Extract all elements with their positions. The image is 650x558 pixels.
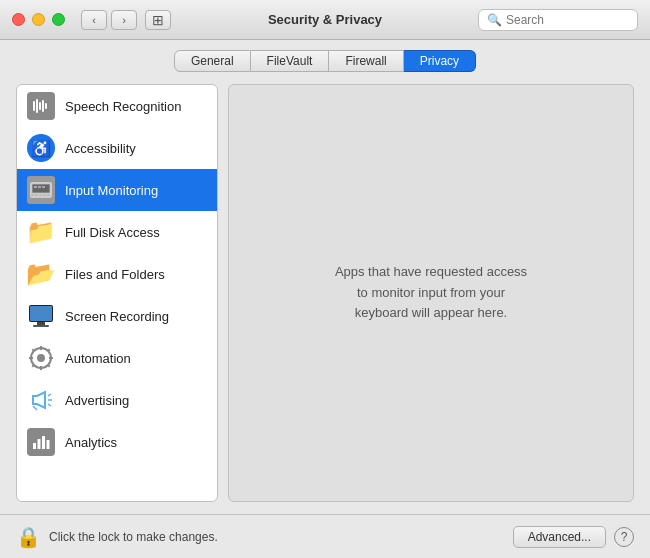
search-input[interactable]	[506, 13, 629, 27]
sidebar-item-label-files-and-folders: Files and Folders	[65, 267, 165, 282]
svg-line-32	[33, 406, 37, 410]
close-button[interactable]	[12, 13, 25, 26]
svg-rect-13	[34, 186, 37, 188]
tab-firewall[interactable]: Firewall	[329, 50, 403, 72]
svg-rect-38	[42, 436, 45, 449]
lock-text: Click the lock to make changes.	[49, 530, 218, 544]
sidebar-item-label-advertising: Advertising	[65, 393, 129, 408]
lock-icon: 🔒	[16, 525, 41, 549]
lock-section[interactable]: 🔒 Click the lock to make changes.	[16, 525, 218, 549]
sidebar-item-label-speech-recognition: Speech Recognition	[65, 99, 181, 114]
sidebar-item-input-monitoring[interactable]: Input Monitoring	[17, 169, 217, 211]
screen-recording-icon	[27, 302, 55, 330]
sidebar-item-speech-recognition[interactable]: Speech Recognition	[17, 85, 217, 127]
main-content: General FileVault Firewall Privacy Speec…	[0, 40, 650, 514]
svg-rect-0	[33, 101, 35, 111]
sidebar-item-label-full-disk-access: Full Disk Access	[65, 225, 160, 240]
sidebar-item-accessibility[interactable]: ♿ Accessibility	[17, 127, 217, 169]
svg-rect-25	[49, 357, 53, 359]
maximize-button[interactable]	[52, 13, 65, 26]
svg-rect-18	[37, 322, 45, 325]
svg-line-35	[48, 404, 51, 406]
sidebar-item-label-analytics: Analytics	[65, 435, 117, 450]
full-disk-access-icon: 📁	[27, 218, 55, 246]
svg-rect-39	[47, 440, 50, 449]
svg-rect-23	[40, 366, 42, 370]
back-button[interactable]: ‹	[81, 10, 107, 30]
right-panel-message: Apps that have requested accessto monito…	[335, 262, 527, 324]
right-panel: Apps that have requested accessto monito…	[228, 84, 634, 502]
svg-rect-2	[39, 102, 41, 110]
svg-rect-10	[43, 194, 46, 196]
tab-general[interactable]: General	[174, 50, 251, 72]
minimize-button[interactable]	[32, 13, 45, 26]
svg-rect-1	[36, 99, 38, 113]
window-title: Security & Privacy	[268, 12, 382, 27]
sidebar-item-full-disk-access[interactable]: 📁 Full Disk Access	[17, 211, 217, 253]
sidebar-item-screen-recording[interactable]: Screen Recording	[17, 295, 217, 337]
tab-bar: General FileVault Firewall Privacy	[16, 50, 634, 72]
svg-rect-19	[33, 325, 49, 327]
sidebar-item-files-and-folders[interactable]: 📂 Files and Folders	[17, 253, 217, 295]
svg-line-33	[48, 394, 51, 396]
title-bar: ‹ › ⊞ Security & Privacy 🔍	[0, 0, 650, 40]
input-monitoring-icon	[27, 176, 55, 204]
svg-rect-17	[30, 306, 52, 321]
analytics-icon	[27, 428, 55, 456]
sidebar-item-automation[interactable]: Automation	[17, 337, 217, 379]
sidebar-item-label-screen-recording: Screen Recording	[65, 309, 169, 324]
automation-icon	[27, 344, 55, 372]
forward-button[interactable]: ›	[111, 10, 137, 30]
svg-rect-9	[39, 194, 42, 196]
accessibility-icon: ♿	[27, 134, 55, 162]
sidebar: Speech Recognition ♿ Accessibility	[16, 84, 218, 502]
svg-point-21	[37, 354, 45, 362]
svg-rect-37	[38, 439, 41, 449]
svg-rect-15	[42, 186, 45, 188]
bottom-bar: 🔒 Click the lock to make changes. Advanc…	[0, 514, 650, 558]
files-and-folders-icon: 📂	[27, 260, 55, 288]
sidebar-item-advertising[interactable]: Advertising	[17, 379, 217, 421]
svg-rect-3	[42, 100, 44, 112]
svg-rect-11	[47, 194, 50, 196]
advanced-button[interactable]: Advanced...	[513, 526, 606, 548]
sidebar-item-analytics[interactable]: Analytics	[17, 421, 217, 463]
sidebar-item-label-input-monitoring: Input Monitoring	[65, 183, 158, 198]
svg-rect-14	[38, 186, 41, 188]
svg-rect-22	[40, 346, 42, 350]
tab-filevault[interactable]: FileVault	[251, 50, 330, 72]
tab-privacy[interactable]: Privacy	[404, 50, 476, 72]
svg-marker-30	[33, 392, 45, 408]
sidebar-item-label-accessibility: Accessibility	[65, 141, 136, 156]
traffic-lights	[12, 13, 65, 26]
svg-rect-24	[29, 357, 33, 359]
svg-rect-4	[45, 103, 47, 109]
advertising-icon	[27, 386, 55, 414]
sidebar-item-label-automation: Automation	[65, 351, 131, 366]
help-button[interactable]: ?	[614, 527, 634, 547]
nav-buttons: ‹ ›	[81, 10, 137, 30]
search-box[interactable]: 🔍	[478, 9, 638, 31]
svg-rect-8	[35, 194, 38, 196]
search-icon: 🔍	[487, 13, 502, 27]
speech-recognition-icon	[27, 92, 55, 120]
grid-button[interactable]: ⊞	[145, 10, 171, 30]
svg-rect-7	[31, 194, 34, 196]
body-area: Speech Recognition ♿ Accessibility	[16, 84, 634, 502]
svg-rect-36	[33, 443, 36, 449]
